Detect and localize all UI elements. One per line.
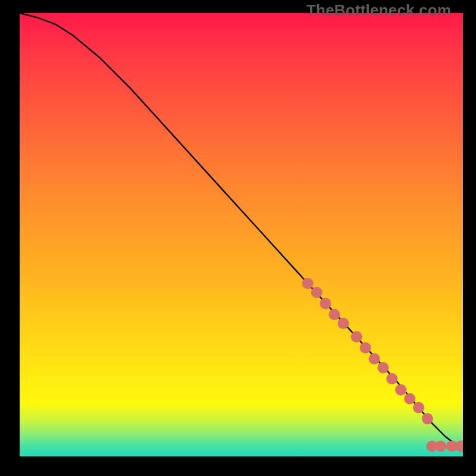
marker-dot	[386, 373, 397, 384]
marker-dot	[351, 331, 362, 342]
plot-area	[20, 13, 463, 456]
marker-dot	[413, 402, 424, 414]
marker-dot	[369, 353, 380, 365]
chart-frame: TheBottleneck.com	[0, 0, 476, 476]
marker-dots	[302, 278, 463, 452]
marker-dot	[302, 278, 314, 289]
marker-dot	[422, 413, 433, 424]
marker-dot	[328, 309, 340, 320]
marker-dot	[455, 440, 463, 452]
marker-dot	[337, 318, 349, 329]
marker-dot	[320, 298, 331, 309]
marker-dot	[404, 393, 415, 405]
marker-dot	[311, 287, 322, 298]
marker-dot	[395, 384, 406, 396]
marker-dot	[360, 342, 371, 353]
chart-overlay	[20, 13, 463, 456]
marker-dot	[377, 362, 389, 374]
marker-dot	[435, 440, 446, 452]
